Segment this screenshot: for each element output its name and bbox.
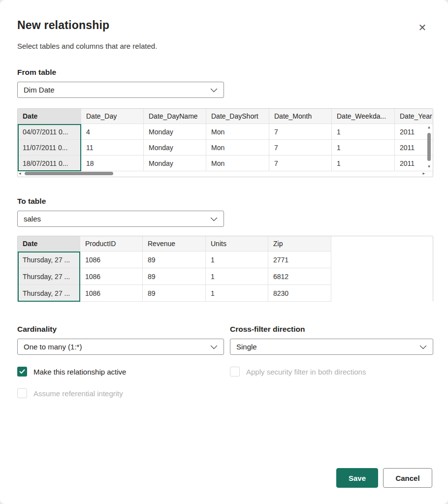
table-cell[interactable]: Thursday, 27 ... bbox=[18, 285, 80, 302]
table-cell[interactable]: 11 bbox=[81, 140, 144, 156]
table-cell[interactable]: 1 bbox=[332, 140, 395, 156]
make-active-label: Make this relationship active bbox=[33, 368, 126, 376]
table-filler bbox=[331, 236, 433, 252]
column-header[interactable]: Date_Month bbox=[269, 109, 332, 124]
table-cell[interactable]: 04/07/2011 0... bbox=[18, 124, 81, 140]
dialog-footer: Save Cancel bbox=[336, 468, 432, 488]
save-button[interactable]: Save bbox=[336, 468, 378, 488]
table-cell[interactable]: Mon bbox=[206, 124, 269, 140]
from-table-preview: Date Date_Day Date_DayName Date_DayShort… bbox=[17, 108, 433, 177]
column-header[interactable]: Date_DayShort bbox=[206, 109, 269, 124]
table-filler bbox=[331, 268, 433, 285]
chevron-down-icon bbox=[210, 215, 218, 223]
column-header[interactable]: ProductID bbox=[80, 236, 143, 252]
column-header[interactable]: Date bbox=[18, 236, 80, 252]
unchecked-checkbox-icon bbox=[230, 367, 240, 377]
table-cell[interactable]: 4 bbox=[81, 124, 144, 140]
vertical-scrollbar[interactable]: ▴ ▾ bbox=[426, 125, 432, 169]
from-table-label: From table bbox=[17, 68, 432, 77]
scroll-left-icon[interactable]: ◂ bbox=[19, 171, 21, 176]
chevron-down-icon bbox=[210, 86, 218, 94]
column-header[interactable]: Units bbox=[206, 236, 268, 252]
checked-checkbox-icon[interactable] bbox=[17, 367, 27, 377]
new-relationship-dialog: ✕ New relationship Select tables and col… bbox=[0, 0, 448, 504]
table-cell[interactable]: Mon bbox=[206, 140, 269, 156]
close-icon[interactable]: ✕ bbox=[416, 21, 429, 34]
table-cell[interactable]: Thursday, 27 ... bbox=[18, 268, 80, 285]
table-cell[interactable]: 7 bbox=[269, 124, 332, 140]
horizontal-scrollbar-thumb[interactable] bbox=[25, 172, 113, 175]
table-filler bbox=[331, 252, 433, 268]
from-table-dropdown[interactable]: Dim Date bbox=[17, 82, 224, 98]
to-table-preview: Date ProductID Revenue Units Zip Thursda… bbox=[17, 236, 433, 302]
cross-filter-label: Cross-filter direction bbox=[230, 325, 433, 334]
table-cell[interactable]: Mon bbox=[206, 156, 269, 171]
table-cell[interactable]: 1 bbox=[332, 124, 395, 140]
column-header[interactable]: Revenue bbox=[143, 236, 206, 252]
cross-filter-selected-value: Single bbox=[236, 343, 257, 351]
table-cell[interactable]: Monday bbox=[144, 156, 206, 171]
column-header[interactable]: Date_DayName bbox=[144, 109, 206, 124]
table-cell[interactable]: 11/07/2011 0... bbox=[18, 140, 81, 156]
cardinality-label: Cardinality bbox=[17, 325, 224, 334]
column-header[interactable]: Date_Year bbox=[395, 109, 433, 124]
table-cell[interactable]: Thursday, 27 ... bbox=[18, 252, 80, 268]
column-header[interactable]: Date bbox=[18, 109, 81, 124]
column-header[interactable]: Zip bbox=[268, 236, 331, 252]
column-header[interactable]: Date_Day bbox=[81, 109, 144, 124]
table-cell[interactable]: 89 bbox=[143, 268, 206, 285]
from-table-selected-value: Dim Date bbox=[24, 86, 55, 94]
vertical-scrollbar-thumb[interactable] bbox=[427, 133, 431, 161]
to-table-label: To table bbox=[17, 197, 432, 206]
table-cell[interactable]: 89 bbox=[143, 252, 206, 268]
table-cell[interactable]: 1086 bbox=[80, 252, 143, 268]
table-cell[interactable]: 18 bbox=[81, 156, 144, 171]
table-cell[interactable]: 2771 bbox=[268, 252, 331, 268]
table-cell[interactable]: 8230 bbox=[268, 285, 331, 302]
table-cell[interactable]: 1 bbox=[206, 268, 268, 285]
dialog-title: New relationship bbox=[17, 19, 432, 32]
table-cell[interactable]: 1086 bbox=[80, 285, 143, 302]
horizontal-scrollbar[interactable]: ◂ ▸ bbox=[19, 170, 425, 176]
chevron-down-icon bbox=[210, 343, 218, 351]
cross-filter-dropdown[interactable]: Single bbox=[230, 339, 433, 355]
table-cell[interactable]: 1 bbox=[206, 285, 268, 302]
dialog-subtitle: Select tables and columns that are relat… bbox=[17, 42, 432, 50]
table-cell[interactable]: 89 bbox=[143, 285, 206, 302]
security-filter-label: Apply security filter in both directions bbox=[246, 368, 366, 376]
table-cell[interactable]: 1086 bbox=[80, 268, 143, 285]
cancel-button[interactable]: Cancel bbox=[383, 468, 432, 488]
scroll-up-icon[interactable]: ▴ bbox=[428, 125, 430, 129]
table-cell[interactable]: 18/07/2011 0... bbox=[18, 156, 81, 171]
referential-integrity-label: Assume referential integrity bbox=[33, 389, 123, 398]
to-table-dropdown[interactable]: sales bbox=[17, 211, 224, 227]
column-header[interactable]: Date_Weekda... bbox=[332, 109, 395, 124]
table-cell[interactable]: 1 bbox=[332, 156, 395, 171]
cardinality-dropdown[interactable]: One to many (1:*) bbox=[17, 339, 224, 355]
cardinality-selected-value: One to many (1:*) bbox=[24, 343, 82, 351]
table-cell[interactable]: 1 bbox=[206, 252, 268, 268]
table-cell[interactable]: 6812 bbox=[268, 268, 331, 285]
table-filler bbox=[331, 285, 433, 302]
chevron-down-icon bbox=[419, 343, 427, 351]
make-active-checkbox-row[interactable]: Make this relationship active bbox=[17, 367, 224, 377]
table-cell[interactable]: Monday bbox=[144, 124, 206, 140]
unchecked-checkbox-icon bbox=[17, 388, 27, 398]
table-cell[interactable]: Monday bbox=[144, 140, 206, 156]
referential-integrity-checkbox-row: Assume referential integrity bbox=[17, 388, 224, 398]
to-table-selected-value: sales bbox=[24, 215, 41, 223]
scroll-right-icon[interactable]: ▸ bbox=[422, 171, 425, 176]
table-cell[interactable]: 7 bbox=[269, 156, 332, 171]
scroll-down-icon[interactable]: ▾ bbox=[428, 164, 430, 169]
table-cell[interactable]: 7 bbox=[269, 140, 332, 156]
security-filter-checkbox-row: Apply security filter in both directions bbox=[230, 367, 433, 377]
